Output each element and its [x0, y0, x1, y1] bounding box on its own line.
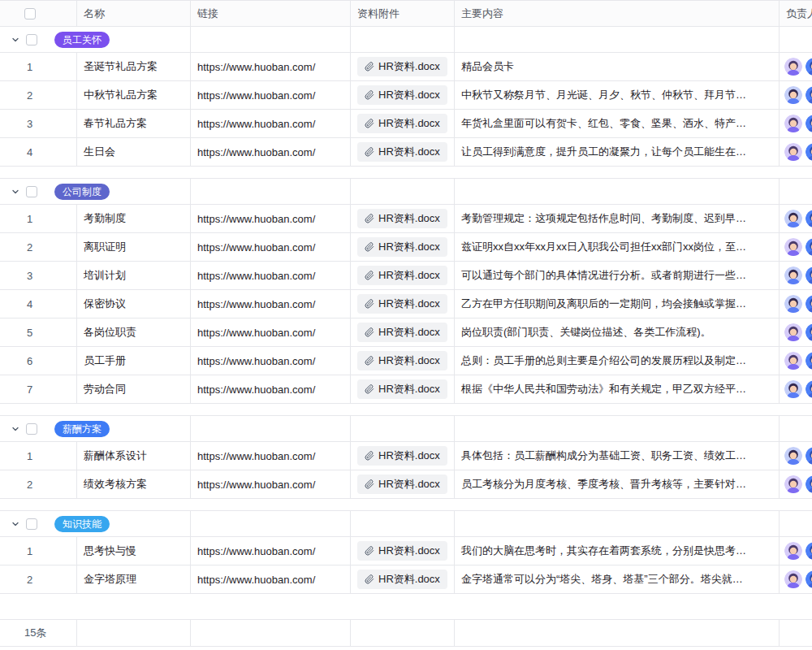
attachment-pill[interactable]: HR资料.docx: [357, 474, 447, 494]
link-cell[interactable]: https://www.huoban.com/: [191, 470, 351, 498]
content-cell: 我们的大脑在思考时，其实存在着两套系统，分别是快思考…: [455, 537, 780, 565]
group-checkbox[interactable]: [26, 186, 37, 197]
group-title-cell: 公司制度: [0, 179, 191, 204]
paperclip-icon: [365, 90, 374, 100]
chevron-down-icon[interactable]: [10, 424, 21, 434]
table-row[interactable]: 2绩效考核方案https://www.huoban.com/HR资料.docx员…: [0, 470, 812, 499]
table-row[interactable]: 2中秋节礼品方案https://www.huoban.com/HR资料.docx…: [0, 81, 812, 110]
attachment-filename: HR资料.docx: [378, 116, 440, 131]
link-cell[interactable]: https://www.huoban.com/: [191, 566, 351, 593]
group-header-row: 薪酬方案: [0, 416, 812, 442]
attachment-pill[interactable]: HR资料.docx: [357, 294, 447, 314]
group-checkbox[interactable]: [26, 518, 37, 530]
table-row[interactable]: 3培训计划https://www.huoban.com/HR资料.docx可以通…: [0, 262, 812, 290]
attachment-cell: HR资料.docx: [351, 318, 455, 346]
attachment-pill[interactable]: HR资料.docx: [357, 570, 447, 589]
table-row[interactable]: 2金字塔原理https://www.huoban.com/HR资料.docx金字…: [0, 566, 812, 594]
link-cell[interactable]: https://www.huoban.com/: [191, 205, 351, 232]
avatar: [806, 295, 812, 313]
table-row[interactable]: 4生日会https://www.huoban.com/HR资料.docx让员工得…: [0, 138, 812, 167]
link-cell[interactable]: https://www.huoban.com/: [191, 81, 351, 109]
content-cell: 年货礼盒里面可以有贺卡、红包、零食、坚果、酒水、特产…: [455, 110, 780, 137]
avatar: [806, 323, 812, 341]
attachment-pill[interactable]: HR资料.docx: [357, 237, 447, 257]
link-cell[interactable]: https://www.huoban.com/: [191, 347, 351, 375]
table-row[interactable]: 1考勤制度https://www.huoban.com/HR资料.docx考勤管…: [0, 205, 812, 233]
avatar: [806, 266, 812, 284]
footer-cell: [351, 620, 455, 646]
attachment-cell: HR资料.docx: [351, 53, 455, 80]
link-cell[interactable]: https://www.huoban.com/: [191, 318, 351, 346]
table-row[interactable]: 7劳动合同https://www.huoban.com/HR资料.docx根据《…: [0, 375, 812, 404]
group-checkbox[interactable]: [26, 423, 37, 435]
row-index: 3: [0, 262, 77, 289]
avatar: [806, 143, 812, 161]
chevron-down-icon[interactable]: [10, 35, 21, 45]
attachment-pill[interactable]: HR资料.docx: [357, 379, 447, 399]
table-row[interactable]: 1薪酬体系设计https://www.huoban.com/HR资料.docx具…: [0, 442, 812, 470]
content-cell: 可以通过每个部门的具体情况进行分析。或者前期进行一些…: [455, 262, 780, 289]
link-cell[interactable]: https://www.huoban.com/: [191, 537, 351, 565]
group-empty-cell: [455, 416, 780, 441]
link-cell[interactable]: https://www.huoban.com/: [191, 375, 351, 403]
row-index: 6: [0, 347, 77, 375]
avatar: [806, 58, 812, 76]
paperclip-icon: [365, 574, 374, 584]
row-index: 5: [0, 318, 77, 346]
table-row[interactable]: 5各岗位职责https://www.huoban.com/HR资料.docx岗位…: [0, 318, 812, 347]
attachment-pill[interactable]: HR资料.docx: [357, 85, 447, 105]
name-cell: 保密协议: [77, 290, 191, 318]
attachment-pill[interactable]: HR资料.docx: [357, 323, 447, 342]
avatar: [784, 380, 802, 398]
group-gap: [0, 499, 812, 511]
attachment-pill[interactable]: HR资料.docx: [357, 541, 447, 561]
chevron-down-icon[interactable]: [10, 519, 21, 529]
link-cell[interactable]: https://www.huoban.com/: [191, 262, 351, 289]
row-index: 1: [0, 53, 77, 80]
name-cell: 各岗位职责: [77, 318, 191, 346]
name-cell: 绩效考核方案: [77, 470, 191, 498]
group-empty-cell: [780, 416, 812, 441]
table-row[interactable]: 1圣诞节礼品方案https://www.huoban.com/HR资料.docx…: [0, 53, 812, 81]
content-cell: 乙方在甲方任职期间及离职后的一定期间，均会接触或掌握…: [455, 290, 780, 318]
attachment-pill[interactable]: HR资料.docx: [357, 446, 447, 466]
footer-cell: [780, 620, 812, 646]
table-row[interactable]: 2离职证明https://www.huoban.com/HR资料.docx兹证明…: [0, 233, 812, 262]
content-cell: 岗位职责(部门职责、关键岗位描述、各类工作流程)。: [455, 318, 780, 346]
attachment-filename: HR资料.docx: [378, 297, 440, 311]
link-cell[interactable]: https://www.huoban.com/: [191, 138, 351, 166]
table-row[interactable]: 6员工手册https://www.huoban.com/HR资料.docx总则：…: [0, 347, 812, 375]
row-index: 1: [0, 205, 77, 232]
link-cell[interactable]: https://www.huoban.com/: [191, 233, 351, 261]
owner-cell: [780, 110, 812, 137]
attachment-pill[interactable]: HR资料.docx: [357, 266, 447, 285]
table-row[interactable]: 3春节礼品方案https://www.huoban.com/HR资料.docx年…: [0, 110, 812, 138]
owner-cell: [780, 290, 812, 318]
attachment-pill[interactable]: HR资料.docx: [357, 114, 447, 133]
table-row[interactable]: 1思考快与慢https://www.huoban.com/HR资料.docx我们…: [0, 537, 812, 566]
group-empty-cell: [191, 416, 351, 441]
attachment-cell: HR资料.docx: [351, 566, 455, 593]
chevron-down-icon[interactable]: [10, 187, 21, 197]
attachment-pill[interactable]: HR资料.docx: [357, 142, 447, 162]
attachment-filename: HR资料.docx: [378, 211, 440, 226]
link-cell[interactable]: https://www.huoban.com/: [191, 110, 351, 137]
owner-cell: [780, 81, 812, 109]
paperclip-icon: [365, 147, 374, 157]
owner-cell: [780, 205, 812, 232]
attachment-pill[interactable]: HR资料.docx: [357, 57, 447, 76]
avatar: [806, 86, 812, 104]
table-row[interactable]: 4保密协议https://www.huoban.com/HR资料.docx乙方在…: [0, 290, 812, 318]
link-cell[interactable]: https://www.huoban.com/: [191, 290, 351, 318]
attachment-filename: HR资料.docx: [378, 88, 440, 102]
select-all-checkbox[interactable]: [24, 8, 36, 20]
link-cell[interactable]: https://www.huoban.com/: [191, 442, 351, 470]
owner-cell: [780, 262, 812, 289]
attachment-pill[interactable]: HR资料.docx: [357, 351, 447, 370]
attachment-pill[interactable]: HR资料.docx: [357, 209, 447, 228]
owner-cell: [780, 318, 812, 346]
group-empty-cell: [455, 27, 780, 52]
group-checkbox[interactable]: [26, 34, 37, 46]
avatar: [784, 143, 802, 161]
link-cell[interactable]: https://www.huoban.com/: [191, 53, 351, 80]
